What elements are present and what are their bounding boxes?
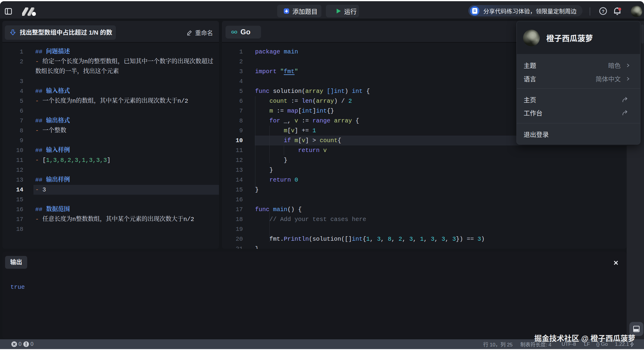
svg-text:?: ? xyxy=(602,9,604,14)
